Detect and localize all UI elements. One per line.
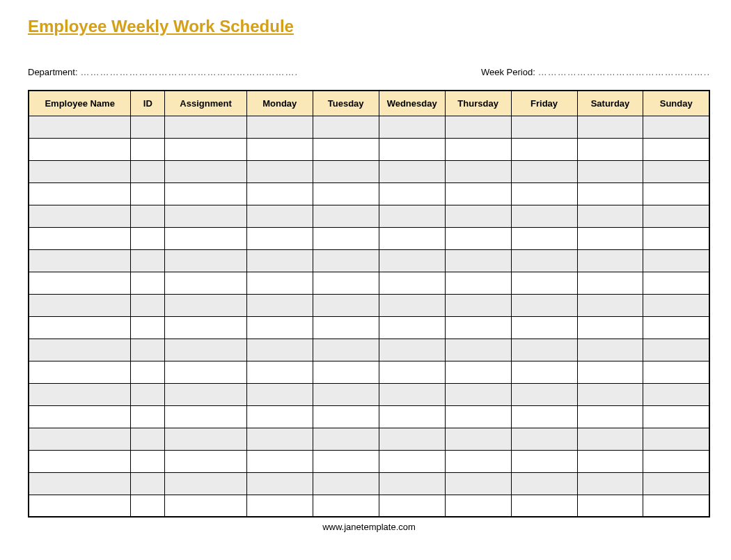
table-cell — [643, 182, 709, 205]
table-cell — [131, 316, 165, 339]
table-cell — [643, 495, 709, 517]
table-cell — [511, 450, 577, 472]
table-cell — [246, 182, 313, 205]
table-cell — [511, 405, 577, 428]
table-cell — [165, 294, 246, 316]
table-cell — [131, 160, 165, 182]
table-cell — [643, 294, 709, 316]
table-row — [29, 205, 709, 227]
table-cell — [246, 428, 313, 450]
table-row — [29, 428, 709, 450]
table-row — [29, 495, 709, 517]
table-cell — [165, 227, 246, 249]
table-cell — [29, 405, 131, 428]
table-cell — [313, 160, 379, 182]
table-cell — [246, 383, 313, 405]
table-cell — [379, 272, 445, 294]
table-cell — [246, 472, 313, 495]
table-cell — [445, 205, 511, 227]
table-cell — [29, 182, 131, 205]
table-cell — [246, 405, 313, 428]
table-row — [29, 182, 709, 205]
table-cell — [29, 450, 131, 472]
table-cell — [29, 428, 131, 450]
table-cell — [643, 428, 709, 450]
table-cell — [165, 182, 246, 205]
table-cell — [246, 116, 313, 138]
table-cell — [131, 294, 165, 316]
table-cell — [29, 227, 131, 249]
table-cell — [511, 182, 577, 205]
table-cell — [379, 450, 445, 472]
table-cell — [246, 339, 313, 361]
table-cell — [313, 495, 379, 517]
table-cell — [577, 160, 643, 182]
table-cell — [577, 316, 643, 339]
table-cell — [379, 405, 445, 428]
table-row — [29, 472, 709, 495]
table-cell — [313, 339, 379, 361]
table-cell — [29, 294, 131, 316]
table-cell — [511, 316, 577, 339]
table-cell — [643, 227, 709, 249]
table-row — [29, 405, 709, 428]
table-cell — [29, 272, 131, 294]
table-cell — [313, 182, 379, 205]
table-row — [29, 249, 709, 272]
header-employee-name: Employee Name — [29, 91, 131, 116]
table-cell — [246, 495, 313, 517]
table-cell — [29, 249, 131, 272]
table-cell — [643, 138, 709, 160]
table-cell — [165, 160, 246, 182]
table-cell — [165, 383, 246, 405]
table-cell — [643, 405, 709, 428]
table-cell — [511, 138, 577, 160]
week-period-label: Week Period: — [481, 67, 535, 77]
table-cell — [643, 472, 709, 495]
table-cell — [131, 138, 165, 160]
table-cell — [165, 116, 246, 138]
table-cell — [29, 160, 131, 182]
table-cell — [165, 361, 246, 383]
header-tuesday: Tuesday — [313, 91, 379, 116]
table-cell — [445, 450, 511, 472]
table-cell — [379, 495, 445, 517]
table-cell — [246, 361, 313, 383]
table-cell — [313, 249, 379, 272]
table-cell — [379, 182, 445, 205]
table-cell — [577, 428, 643, 450]
table-cell — [379, 138, 445, 160]
table-cell — [379, 361, 445, 383]
header-wednesday: Wednesday — [379, 91, 445, 116]
table-header-row: Employee Name ID Assignment Monday Tuesd… — [29, 91, 709, 116]
table-cell — [445, 405, 511, 428]
table-row — [29, 339, 709, 361]
table-cell — [511, 205, 577, 227]
table-cell — [29, 472, 131, 495]
table-cell — [313, 272, 379, 294]
header-thursday: Thursday — [445, 91, 511, 116]
table-row — [29, 316, 709, 339]
table-row — [29, 160, 709, 182]
table-cell — [246, 450, 313, 472]
table-cell — [246, 294, 313, 316]
table-cell — [445, 316, 511, 339]
table-cell — [511, 294, 577, 316]
table-cell — [131, 450, 165, 472]
week-period-field: Week Period: …………………………………………….. — [481, 67, 710, 77]
header-sunday: Sunday — [643, 91, 709, 116]
department-blank-line: …………………………………………………………. — [81, 67, 299, 77]
table-cell — [445, 182, 511, 205]
table-row — [29, 450, 709, 472]
table-cell — [379, 205, 445, 227]
table-cell — [165, 428, 246, 450]
table-cell — [577, 116, 643, 138]
table-cell — [379, 428, 445, 450]
table-row — [29, 227, 709, 249]
table-cell — [29, 339, 131, 361]
table-cell — [511, 428, 577, 450]
table-cell — [643, 339, 709, 361]
table-cell — [577, 383, 643, 405]
table-row — [29, 272, 709, 294]
week-period-blank-line: …………………………………………….. — [538, 67, 710, 77]
